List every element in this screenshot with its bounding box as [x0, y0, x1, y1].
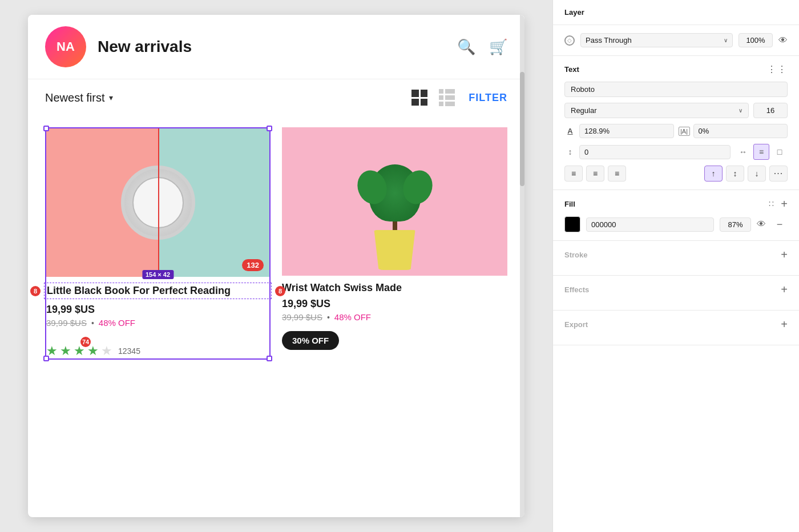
line-height-row: A 128.9% |A| 0% — [564, 124, 788, 138]
effects-section: Effects + — [553, 276, 799, 311]
align-right-button[interactable]: ≡ — [608, 166, 626, 182]
product-info-2: Wrist Watch Swiss Made 19,99 $US 39,99 $… — [282, 276, 507, 350]
effects-section-label: Effects — [564, 285, 589, 294]
paragraph-spacing-icon: ↕ — [564, 147, 576, 156]
font-family-input[interactable]: Roboto — [564, 82, 788, 97]
valign-center-button[interactable]: ↕ — [726, 166, 744, 182]
star-2: ★ — [60, 344, 71, 358]
right-panel: Layer Pass Through ∨ 100% 👁 Text ⋮⋮ Robo… — [552, 0, 799, 532]
font-style-input[interactable]: Regular ∨ — [564, 103, 749, 118]
letter-spacing-input[interactable]: 0% — [693, 124, 788, 138]
filter-button[interactable]: FILTER — [469, 92, 507, 104]
layer-blend-section: Pass Through ∨ 100% 👁 — [553, 25, 799, 56]
product-title-container-1: 8 8 154 × 42 Little Black Book For Perfe… — [46, 283, 269, 299]
phone-frame: NA New arrivals 🔍 🛒 Newest first ▾ — [28, 15, 524, 517]
image-badge-count: 132 — [242, 259, 264, 271]
line-height-input[interactable]: 128.9% — [579, 124, 674, 138]
letter-spacing-icon: |A| — [679, 127, 690, 136]
fill-section-actions: ∷ + — [769, 198, 788, 209]
h-align-group: ↔ ≡ □ — [735, 144, 788, 160]
fill-visibility-icon[interactable]: 👁 — [757, 219, 766, 229]
opacity-input[interactable]: 100% — [739, 33, 773, 47]
star-5: ★ — [101, 344, 112, 358]
export-section: Export + — [553, 311, 799, 345]
font-style-value: Regular — [571, 106, 597, 115]
line-height-icon: A — [564, 127, 576, 135]
star-4: ★ — [87, 344, 99, 358]
app-title: New arrivals — [98, 38, 457, 56]
fill-remove-button[interactable]: − — [772, 216, 788, 232]
layer-title-section: Layer — [553, 0, 799, 25]
font-family-row: Roboto — [564, 82, 788, 97]
sort-arrow: ▾ — [109, 93, 113, 102]
sort-dropdown[interactable]: Newest first ▾ — [45, 91, 411, 104]
fill-grid-icon: ∷ — [769, 199, 775, 208]
product-image-2 — [282, 127, 507, 276]
text-align-row: ≡ ≡ ≡ ↑ ↕ ↓ ··· — [564, 166, 788, 182]
font-style-arrow: ∨ — [739, 107, 742, 114]
fill-hex-input[interactable]: 000000 — [586, 217, 714, 232]
stroke-add-button[interactable]: + — [781, 249, 788, 260]
align-left-button[interactable]: ≡ — [564, 166, 583, 182]
fill-add-button[interactable]: + — [781, 198, 788, 209]
cart-icon[interactable]: 🛒 — [489, 38, 507, 56]
valign-top-button[interactable]: ↑ — [704, 166, 723, 182]
price-original-2: 39,99 $US — [282, 312, 322, 322]
fill-section-header: Fill ∷ + — [564, 198, 788, 209]
plant-pot — [369, 164, 421, 270]
dimension-badge: 154 × 42 — [142, 270, 173, 279]
grid-view-button[interactable] — [411, 90, 427, 106]
plant-leaves — [369, 164, 421, 221]
stroke-section-header: Stroke + — [564, 249, 788, 260]
text-box-icon[interactable]: □ — [772, 144, 788, 160]
stroke-section-label: Stroke — [564, 251, 587, 259]
handle-tr — [267, 126, 272, 131]
price-current-2: 19,99 $US — [282, 298, 330, 310]
view-icons — [411, 90, 455, 106]
app-logo: NA — [45, 26, 86, 67]
font-size-input[interactable]: 16 — [753, 103, 788, 118]
valign-bottom-button[interactable]: ↓ — [748, 166, 766, 182]
fill-opacity-input[interactable]: 87% — [720, 217, 751, 232]
products-grid: 132 8 8 154 × 42 Little Black Book For P… — [28, 116, 524, 371]
paragraph-row: ↕ 0 ↔ ≡ □ — [564, 144, 788, 160]
selection-red-line — [158, 128, 159, 277]
layer-diamond-icon — [564, 35, 575, 46]
app-header: NA New arrivals 🔍 🛒 — [28, 15, 524, 79]
more-text-options[interactable]: ··· — [769, 166, 788, 182]
spacing-badge-right: 8 — [275, 286, 285, 296]
price-row-1: 19,99 $US — [46, 304, 269, 316]
product-card-2[interactable]: Wrist Watch Swiss Made 19,99 $US 39,99 $… — [282, 127, 507, 360]
plant-vase — [372, 230, 418, 270]
export-add-button[interactable]: + — [781, 319, 788, 330]
layer-row: Pass Through ∨ 100% 👁 — [564, 33, 788, 47]
product-card-1[interactable]: 132 8 8 154 × 42 Little Black Book For P… — [45, 127, 271, 360]
original-price-row-1: 39,99 $US • 48% OFF — [46, 318, 269, 328]
discount-badge-2: 30% OFF — [282, 331, 339, 350]
price-off-2: 48% OFF — [334, 312, 371, 322]
align-center-button[interactable]: ≡ — [586, 166, 604, 182]
text-section-dots[interactable]: ⋮⋮ — [767, 64, 788, 75]
blend-mode-select[interactable]: Pass Through ∨ — [580, 33, 733, 47]
scroll-thumb[interactable] — [520, 72, 524, 186]
list-view-button[interactable] — [439, 90, 455, 106]
handle-br — [267, 356, 272, 361]
h-align-icon[interactable]: ↔ — [735, 144, 751, 160]
text-properties: Roboto Regular ∨ 16 A 128.9% |A| 0% — [564, 82, 788, 182]
plant-image — [282, 127, 507, 276]
product-title-1: Little Black Book For Perfect Reading — [44, 283, 272, 299]
text-align-icon[interactable]: ≡ — [753, 144, 769, 160]
header-icons: 🔍 🛒 — [457, 38, 507, 56]
search-icon[interactable]: 🔍 — [457, 38, 475, 56]
letter-spacing-field: |A| 0% — [679, 124, 788, 138]
fill-color-swatch[interactable] — [564, 216, 580, 232]
price-off-1: 48% OFF — [99, 318, 135, 328]
price-current-1: 19,99 $US — [46, 304, 95, 316]
paragraph-spacing-input[interactable]: 0 — [579, 145, 731, 159]
effects-add-button[interactable]: + — [781, 284, 788, 295]
text-section: Text ⋮⋮ Roboto Regular ∨ 16 A 128.9% — [553, 56, 799, 190]
effects-section-header: Effects + — [564, 284, 788, 295]
visibility-icon[interactable]: 👁 — [778, 35, 788, 46]
text-section-label: Text — [564, 65, 579, 74]
sort-label: Newest first — [45, 91, 104, 104]
